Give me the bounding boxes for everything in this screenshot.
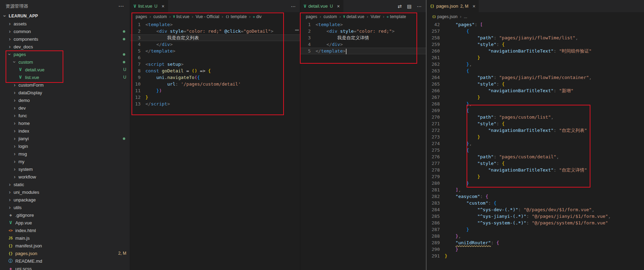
tree-item-components[interactable]: ›components xyxy=(0,35,130,43)
tree-item-home[interactable]: ›home xyxy=(0,119,130,127)
tree-item-login[interactable]: ›login xyxy=(0,142,130,150)
code-line[interactable]: 1<template> xyxy=(130,21,300,28)
code-line[interactable]: 11 }) xyxy=(130,87,300,94)
code-line[interactable]: 2 <div style="color: red;" @click="goDet… xyxy=(130,28,300,34)
code-editor-pages-json[interactable]: 42 "pages": [257 {258 "path": "pages/jia… xyxy=(427,21,644,270)
code-line[interactable]: 285 "^sys-jianyi-(.*)": "@/pages/jianyi/… xyxy=(427,213,644,220)
code-line[interactable]: 7<script setup> xyxy=(130,61,300,68)
code-line[interactable]: 274 }, xyxy=(427,140,644,147)
breadcrumb-item-pages[interactable]: pages xyxy=(136,14,147,19)
code-line[interactable]: 10 url: '/pages/custom/detail' xyxy=(130,81,300,87)
tree-item-utils[interactable]: ›utils xyxy=(0,204,130,211)
code-line[interactable]: 6 xyxy=(130,54,300,61)
code-editor-list-vue[interactable]: 1<template>2 <div style="color: red;" @c… xyxy=(130,21,300,270)
more-actions-icon[interactable]: ⋯ xyxy=(118,3,124,9)
code-line[interactable]: 291} xyxy=(427,253,644,259)
code-line[interactable]: 288 }, xyxy=(427,233,644,239)
code-line[interactable]: 272 "navigationBarTitleText": "自定义列表" xyxy=(427,127,644,134)
breadcrumb-item-item[interactable]: ... xyxy=(464,14,467,19)
code-line[interactable]: 4 </div> xyxy=(130,41,300,48)
code-line[interactable]: 267 } xyxy=(427,94,644,101)
breadcrumb-item-vuter[interactable]: Vuter xyxy=(371,14,380,19)
code-line[interactable]: 1<template> xyxy=(300,21,426,28)
close-icon[interactable]: × xyxy=(337,3,340,9)
breadcrumb-item-div[interactable]: ◇div xyxy=(253,14,262,19)
code-line[interactable]: 257 { xyxy=(427,28,644,34)
split-editor-icon[interactable]: ▤ xyxy=(407,3,412,9)
code-line[interactable]: 286 "^sys-system-(.*)": "@/pages/system/… xyxy=(427,220,644,226)
code-line[interactable]: 280 } xyxy=(427,180,644,186)
code-line[interactable]: 263 { xyxy=(427,68,644,74)
tree-item-manifest-json[interactable]: {}manifest.json xyxy=(0,242,130,249)
code-line[interactable]: 281 ], xyxy=(427,186,644,193)
tree-item-custom[interactable]: ›custom xyxy=(0,58,130,66)
code-line[interactable]: 282 "easycom": { xyxy=(427,193,644,200)
tree-item-uni-scss[interactable]: ◈uni.scss xyxy=(0,265,130,270)
code-line[interactable]: 278 "navigationBarTitleText": "自定义详情" xyxy=(427,167,644,173)
tree-item-datadisplay[interactable]: ›dataDisplay xyxy=(0,89,130,96)
tree-item-customform[interactable]: ›customForm xyxy=(0,81,130,89)
tree-item-system[interactable]: ›system xyxy=(0,165,130,173)
code-line[interactable]: 8const goDetail = () => { xyxy=(130,68,300,74)
code-line[interactable]: 268 }, xyxy=(427,101,644,107)
open-changes-icon[interactable]: ⇄ xyxy=(398,3,402,9)
tree-item-func[interactable]: ›func xyxy=(0,112,130,119)
tree-item-msg[interactable]: ›msg xyxy=(0,150,130,158)
code-line[interactable]: 9 uni.navigateTo({ xyxy=(130,74,300,81)
tree-item-dev-docs[interactable]: ›dev_docs xyxy=(0,43,130,50)
tab-list-vue[interactable]: Vlist.vueU× xyxy=(130,0,168,12)
code-line[interactable]: 261 } xyxy=(427,54,644,61)
tree-item-workflow[interactable]: ›workflow xyxy=(0,173,130,181)
tab-detail-vue[interactable]: Vdetail.vueU× xyxy=(300,0,344,12)
tree-item-uni-modules[interactable]: ›uni_modules xyxy=(0,188,130,196)
code-line[interactable]: 42 "pages": [ xyxy=(427,21,644,28)
tree-item-unpackage[interactable]: ›unpackage xyxy=(0,196,130,204)
code-line[interactable]: 290 } xyxy=(427,246,644,253)
breadcrumb-item-vue-official[interactable]: Vue - Official xyxy=(196,14,219,19)
code-line[interactable]: 5</template> xyxy=(130,48,300,54)
code-line[interactable]: 259 "style": { xyxy=(427,41,644,48)
breadcrumb-item-detail-vue[interactable]: Vdetail.vue xyxy=(343,14,364,19)
breadcrumb-item-list-vue[interactable]: Vlist.vue xyxy=(173,14,189,19)
tree-item-detail-vue[interactable]: Vdetail.vueU xyxy=(0,66,130,73)
code-line[interactable]: 289 "uniIdRouter": { xyxy=(427,239,644,246)
code-line[interactable]: 283 "custom": { xyxy=(427,200,644,206)
breadcrumb-item-custom[interactable]: custom xyxy=(324,14,337,19)
code-line[interactable]: 3 我是自定义列表 xyxy=(130,34,300,41)
breadcrumb-item-pages[interactable]: pages xyxy=(306,14,317,19)
tree-item-index-html[interactable]: <>index.html xyxy=(0,227,130,234)
code-editor-detail-vue[interactable]: 1<template>2 <div style="color: red;">3 … xyxy=(300,21,426,270)
code-line[interactable]: 270 "path": "pages/custom/list", xyxy=(427,114,644,120)
code-line[interactable]: 262 }, xyxy=(427,61,644,68)
code-line[interactable]: 264 "path": "pages/jianyi/flowTime/conta… xyxy=(427,74,644,81)
breadcrumb-item-template[interactable]: ◇template xyxy=(387,14,406,19)
tree-item-index[interactable]: ›index xyxy=(0,127,130,135)
code-line[interactable]: 265 "style": { xyxy=(427,81,644,87)
tree-item-demo[interactable]: ›demo xyxy=(0,96,130,104)
close-icon[interactable]: × xyxy=(161,3,164,9)
code-line[interactable]: 279 } xyxy=(427,173,644,180)
close-icon[interactable]: × xyxy=(472,3,475,9)
tree-item-common[interactable]: ›common xyxy=(0,27,130,35)
breadcrumb-item-pages-json[interactable]: {}pages.json xyxy=(432,14,458,19)
tree-item-pages-json[interactable]: {}pages.json2, M xyxy=(0,249,130,257)
code-line[interactable]: 5</template> xyxy=(300,48,426,54)
code-line[interactable]: 271 "style": { xyxy=(427,120,644,127)
tree-item-main-js[interactable]: JSmain.js xyxy=(0,234,130,242)
breadcrumb-item-custom[interactable]: custom xyxy=(153,14,167,19)
code-line[interactable]: 12} xyxy=(130,94,300,101)
more-actions-icon[interactable]: ⋯ xyxy=(417,3,422,9)
tree-item-static[interactable]: ›static xyxy=(0,181,130,188)
tab-pages-json[interactable]: {}pages.json2, M× xyxy=(427,0,479,12)
tree-item-readme-md[interactable]: ⓘREADME.md xyxy=(0,257,130,265)
tree-item-assets[interactable]: ›assets xyxy=(0,20,130,27)
tree-item-pages[interactable]: ›pages xyxy=(0,50,130,58)
code-line[interactable]: 266 "navigationBarTitleText": "新增" xyxy=(427,87,644,94)
tree-item-list-vue[interactable]: Vlist.vueU xyxy=(0,73,130,81)
tree-item-app-vue[interactable]: VApp.vue xyxy=(0,219,130,227)
code-line[interactable]: 2 <div style="color: red;"> xyxy=(300,28,426,34)
tree-item-my[interactable]: ›my xyxy=(0,158,130,165)
more-actions-icon[interactable]: ⋯ xyxy=(291,3,296,9)
code-line[interactable]: 258 "path": "pages/jianyi/flowTime/list"… xyxy=(427,34,644,41)
code-line[interactable]: 284 "^sys-dev-(.*)": "@/pages/dev/$1/for… xyxy=(427,206,644,213)
